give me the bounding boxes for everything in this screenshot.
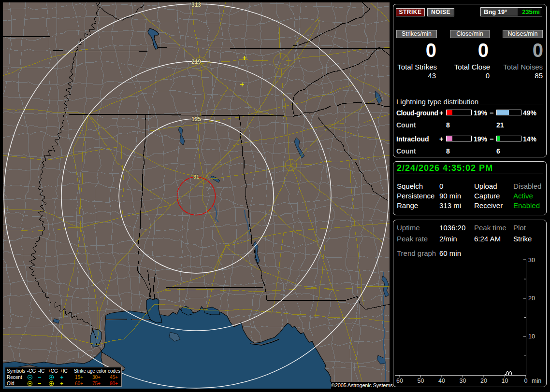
svg-text:+CG: +CG: [48, 368, 58, 374]
svg-text:Recent: Recent: [7, 375, 22, 380]
svg-text:Old: Old: [7, 381, 14, 386]
svg-text:Strike age color codes: Strike age color codes: [74, 368, 120, 374]
svg-text:30+: 30+: [92, 375, 101, 380]
svg-text:45+: 45+: [110, 375, 118, 380]
svg-text:90+: 90+: [110, 381, 118, 386]
svg-text:60+: 60+: [75, 381, 83, 386]
svg-text:75+: 75+: [92, 381, 101, 386]
svg-text:219: 219: [191, 58, 201, 65]
svg-text:313: 313: [191, 2, 201, 8]
svg-text:15+: 15+: [75, 375, 83, 380]
svg-text:31: 31: [193, 174, 199, 180]
svg-text:Symbols: Symbols: [7, 368, 25, 374]
svg-text:125: 125: [191, 116, 201, 123]
svg-text:+IC: +IC: [60, 368, 68, 374]
svg-text:-CG: -CG: [27, 368, 36, 374]
svg-text:-IC: -IC: [38, 368, 44, 374]
